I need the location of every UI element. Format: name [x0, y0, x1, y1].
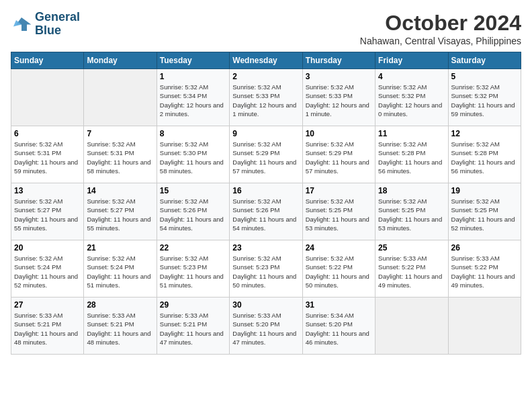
calendar-cell: 7Sunrise: 5:32 AMSunset: 5:31 PMDaylight…	[84, 126, 157, 183]
day-info: Sunrise: 5:32 AMSunset: 5:23 PMDaylight:…	[232, 254, 299, 289]
calendar-cell: 15Sunrise: 5:32 AMSunset: 5:26 PMDayligh…	[157, 183, 229, 240]
day-info: Sunrise: 5:32 AMSunset: 5:25 PMDaylight:…	[451, 197, 518, 232]
day-info: Sunrise: 5:32 AMSunset: 5:29 PMDaylight:…	[306, 140, 372, 175]
day-info: Sunrise: 5:32 AMSunset: 5:26 PMDaylight:…	[160, 197, 226, 232]
day-number: 6	[14, 129, 81, 138]
calendar-week-row: 20Sunrise: 5:32 AMSunset: 5:24 PMDayligh…	[11, 240, 521, 298]
calendar-cell: 17Sunrise: 5:32 AMSunset: 5:25 PMDayligh…	[302, 183, 375, 240]
calendar-cell: 28Sunrise: 5:33 AMSunset: 5:21 PMDayligh…	[84, 298, 157, 355]
calendar-cell: 5Sunrise: 5:32 AMSunset: 5:32 PMDaylight…	[448, 69, 521, 126]
day-number: 19	[451, 186, 518, 195]
calendar-cell: 11Sunrise: 5:32 AMSunset: 5:28 PMDayligh…	[375, 126, 448, 183]
calendar-week-row: 27Sunrise: 5:33 AMSunset: 5:21 PMDayligh…	[11, 298, 521, 355]
day-number: 8	[160, 129, 226, 138]
day-number: 30	[232, 300, 299, 310]
calendar-cell	[375, 298, 448, 355]
calendar-cell: 26Sunrise: 5:33 AMSunset: 5:22 PMDayligh…	[448, 240, 521, 298]
calendar-cell: 18Sunrise: 5:32 AMSunset: 5:25 PMDayligh…	[375, 183, 448, 240]
day-info: Sunrise: 5:34 AMSunset: 5:20 PMDaylight:…	[306, 311, 372, 347]
calendar-week-row: 1Sunrise: 5:32 AMSunset: 5:34 PMDaylight…	[11, 69, 521, 126]
day-number: 5	[451, 72, 518, 81]
day-info: Sunrise: 5:32 AMSunset: 5:31 PMDaylight:…	[87, 140, 153, 175]
day-number: 13	[14, 186, 81, 195]
day-info: Sunrise: 5:32 AMSunset: 5:27 PMDaylight:…	[87, 197, 153, 232]
day-number: 21	[87, 243, 153, 253]
day-number: 16	[232, 186, 299, 195]
day-info: Sunrise: 5:32 AMSunset: 5:27 PMDaylight:…	[14, 197, 81, 232]
day-number: 9	[232, 129, 299, 138]
logo-icon	[11, 15, 32, 34]
day-info: Sunrise: 5:32 AMSunset: 5:25 PMDaylight:…	[378, 197, 445, 232]
logo: General Blue	[11, 11, 80, 38]
day-info: Sunrise: 5:32 AMSunset: 5:34 PMDaylight:…	[160, 83, 226, 118]
calendar-cell: 22Sunrise: 5:32 AMSunset: 5:23 PMDayligh…	[157, 240, 229, 298]
calendar-cell: 25Sunrise: 5:33 AMSunset: 5:22 PMDayligh…	[375, 240, 448, 298]
calendar-cell: 10Sunrise: 5:32 AMSunset: 5:29 PMDayligh…	[302, 126, 375, 183]
day-info: Sunrise: 5:32 AMSunset: 5:29 PMDaylight:…	[232, 140, 299, 175]
day-number: 14	[87, 186, 153, 195]
day-number: 17	[306, 186, 372, 195]
weekday-header-wednesday: Wednesday	[230, 52, 302, 69]
day-number: 7	[87, 129, 153, 138]
day-number: 1	[160, 72, 226, 81]
day-info: Sunrise: 5:32 AMSunset: 5:31 PMDaylight:…	[14, 140, 81, 175]
day-info: Sunrise: 5:32 AMSunset: 5:25 PMDaylight:…	[306, 197, 372, 232]
calendar-cell: 8Sunrise: 5:32 AMSunset: 5:30 PMDaylight…	[157, 126, 229, 183]
day-number: 23	[232, 243, 299, 253]
calendar-cell: 30Sunrise: 5:33 AMSunset: 5:20 PMDayligh…	[230, 298, 302, 355]
weekday-header-friday: Friday	[375, 52, 448, 69]
calendar-cell: 21Sunrise: 5:32 AMSunset: 5:24 PMDayligh…	[84, 240, 157, 298]
calendar-cell: 29Sunrise: 5:33 AMSunset: 5:21 PMDayligh…	[157, 298, 229, 355]
day-number: 12	[451, 129, 518, 138]
title-block: October 2024 Nahawan, Central Visayas, P…	[360, 11, 521, 46]
calendar-cell: 1Sunrise: 5:32 AMSunset: 5:34 PMDaylight…	[157, 69, 229, 126]
calendar-week-row: 6Sunrise: 5:32 AMSunset: 5:31 PMDaylight…	[11, 126, 521, 183]
day-number: 20	[14, 243, 81, 253]
day-info: Sunrise: 5:33 AMSunset: 5:22 PMDaylight:…	[378, 254, 445, 289]
day-info: Sunrise: 5:33 AMSunset: 5:21 PMDaylight:…	[87, 311, 153, 347]
day-info: Sunrise: 5:32 AMSunset: 5:32 PMDaylight:…	[451, 83, 518, 118]
day-info: Sunrise: 5:32 AMSunset: 5:22 PMDaylight:…	[306, 254, 372, 289]
calendar-cell	[11, 69, 84, 126]
calendar-cell: 4Sunrise: 5:32 AMSunset: 5:32 PMDaylight…	[375, 69, 448, 126]
logo-line1: General	[35, 10, 80, 24]
weekday-header-monday: Monday	[84, 52, 157, 69]
calendar-cell: 24Sunrise: 5:32 AMSunset: 5:22 PMDayligh…	[302, 240, 375, 298]
location-subtitle: Nahawan, Central Visayas, Philippines	[360, 36, 521, 46]
day-number: 15	[160, 186, 226, 195]
day-number: 4	[378, 72, 445, 81]
day-info: Sunrise: 5:33 AMSunset: 5:21 PMDaylight:…	[14, 311, 81, 347]
calendar-cell: 6Sunrise: 5:32 AMSunset: 5:31 PMDaylight…	[11, 126, 84, 183]
calendar-cell: 12Sunrise: 5:32 AMSunset: 5:28 PMDayligh…	[448, 126, 521, 183]
calendar-table: SundayMondayTuesdayWednesdayThursdayFrid…	[11, 52, 521, 355]
logo-line2: Blue	[35, 24, 61, 37]
day-number: 11	[378, 129, 445, 138]
calendar-cell: 20Sunrise: 5:32 AMSunset: 5:24 PMDayligh…	[11, 240, 84, 298]
day-info: Sunrise: 5:33 AMSunset: 5:21 PMDaylight:…	[160, 311, 226, 347]
weekday-header-thursday: Thursday	[302, 52, 375, 69]
day-number: 28	[87, 300, 153, 310]
calendar-cell	[448, 298, 521, 355]
day-info: Sunrise: 5:32 AMSunset: 5:23 PMDaylight:…	[160, 254, 226, 289]
day-number: 25	[378, 243, 445, 253]
calendar-cell: 27Sunrise: 5:33 AMSunset: 5:21 PMDayligh…	[11, 298, 84, 355]
day-info: Sunrise: 5:32 AMSunset: 5:32 PMDaylight:…	[378, 83, 445, 118]
day-info: Sunrise: 5:32 AMSunset: 5:30 PMDaylight:…	[160, 140, 226, 175]
day-info: Sunrise: 5:32 AMSunset: 5:28 PMDaylight:…	[378, 140, 445, 175]
day-number: 26	[451, 243, 518, 253]
day-number: 3	[306, 72, 372, 81]
weekday-header-tuesday: Tuesday	[157, 52, 229, 69]
day-number: 10	[306, 129, 372, 138]
calendar-cell: 2Sunrise: 5:32 AMSunset: 5:33 PMDaylight…	[230, 69, 302, 126]
weekday-header-saturday: Saturday	[448, 52, 521, 69]
weekday-header-sunday: Sunday	[11, 52, 84, 69]
calendar-cell	[84, 69, 157, 126]
weekday-header-row: SundayMondayTuesdayWednesdayThursdayFrid…	[11, 52, 521, 69]
calendar-cell: 13Sunrise: 5:32 AMSunset: 5:27 PMDayligh…	[11, 183, 84, 240]
day-number: 24	[306, 243, 372, 253]
calendar-cell: 14Sunrise: 5:32 AMSunset: 5:27 PMDayligh…	[84, 183, 157, 240]
page-header: General Blue October 2024 Nahawan, Centr…	[11, 11, 521, 46]
day-number: 31	[306, 300, 372, 310]
day-info: Sunrise: 5:32 AMSunset: 5:33 PMDaylight:…	[232, 83, 299, 118]
calendar-cell: 3Sunrise: 5:32 AMSunset: 5:33 PMDaylight…	[302, 69, 375, 126]
